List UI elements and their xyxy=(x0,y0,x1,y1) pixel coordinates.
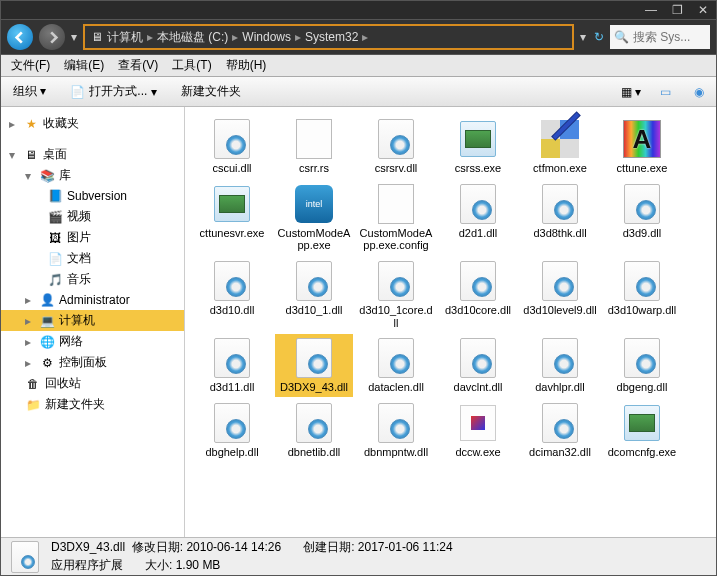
tree-control-panel[interactable]: ▸⚙控制面板 xyxy=(1,352,184,373)
file-item[interactable]: D3DX9_43.dll xyxy=(275,334,353,397)
tree-lib-item[interactable]: 🎬视频 xyxy=(1,206,184,227)
file-item[interactable]: davclnt.dll xyxy=(439,334,517,397)
tree-lib-item[interactable]: 🎵音乐 xyxy=(1,269,184,290)
file-label: csrsrv.dll xyxy=(375,162,418,175)
file-item[interactable]: d2d1.dll xyxy=(439,180,517,255)
arrow-right-icon xyxy=(46,31,59,44)
organize-button[interactable]: 组织 ▾ xyxy=(7,81,52,102)
file-item[interactable]: davhlpr.dll xyxy=(521,334,599,397)
file-item[interactable]: d3d9.dll xyxy=(603,180,681,255)
tree-new-folder[interactable]: 📁新建文件夹 xyxy=(1,394,184,415)
file-icon xyxy=(375,402,417,444)
file-icon xyxy=(293,402,335,444)
forward-button[interactable] xyxy=(39,24,65,50)
file-item[interactable]: CustomModeApp.exe.config xyxy=(357,180,435,255)
file-item[interactable]: d3d10.dll xyxy=(193,257,271,332)
file-label: cttunesvr.exe xyxy=(200,227,265,240)
file-icon xyxy=(211,337,253,379)
tree-recycle-bin[interactable]: 🗑回收站 xyxy=(1,373,184,394)
file-icon xyxy=(457,118,499,160)
refresh-button[interactable]: ↻ xyxy=(594,30,604,44)
tree-network[interactable]: ▸🌐网络 xyxy=(1,331,184,352)
file-item[interactable]: csrss.exe xyxy=(439,115,517,178)
file-icon xyxy=(375,337,417,379)
file-item[interactable]: dbnmpntw.dll xyxy=(357,399,435,462)
breadcrumb-item[interactable]: 计算机 xyxy=(107,29,143,46)
file-item[interactable]: dbnetlib.dll xyxy=(275,399,353,462)
tree-administrator[interactable]: ▸👤Administrator xyxy=(1,290,184,310)
file-icon xyxy=(375,118,417,160)
file-item[interactable]: dataclen.dll xyxy=(357,334,435,397)
history-dropdown[interactable]: ▾ xyxy=(71,30,77,44)
tree-label: 桌面 xyxy=(43,146,67,163)
status-create-value: 2017-01-06 11:24 xyxy=(358,540,453,554)
tree-label: 收藏夹 xyxy=(43,115,79,132)
file-item[interactable]: d3d10core.dll xyxy=(439,257,517,332)
file-label: d3d10core.dll xyxy=(445,304,511,317)
search-box[interactable]: 🔍 xyxy=(610,25,710,49)
tree-label: Administrator xyxy=(59,293,130,307)
statusbar: D3DX9_43.dll 修改日期: 2010-06-14 14:26 创建日期… xyxy=(1,537,716,575)
file-item[interactable]: dbgeng.dll xyxy=(603,334,681,397)
file-item[interactable]: dccw.exe xyxy=(439,399,517,462)
file-label: dccw.exe xyxy=(455,446,500,459)
menu-help[interactable]: 帮助(H) xyxy=(220,55,273,76)
folder-icon: 📘 xyxy=(47,188,63,204)
tree-favorites[interactable]: ▸★ 收藏夹 xyxy=(1,113,184,134)
file-item[interactable]: d3d10level9.dll xyxy=(521,257,599,332)
file-item[interactable]: Acttune.exe xyxy=(603,115,681,178)
file-item[interactable]: d3d10_1core.dll xyxy=(357,257,435,332)
breadcrumb-dropdown[interactable]: ▾ xyxy=(580,30,586,44)
file-item[interactable]: d3d10warp.dll xyxy=(603,257,681,332)
file-item[interactable]: d3d10_1.dll xyxy=(275,257,353,332)
file-item[interactable]: d3d8thk.dll xyxy=(521,180,599,255)
menu-view[interactable]: 查看(V) xyxy=(112,55,164,76)
tree-label: 视频 xyxy=(67,208,91,225)
file-label: cttune.exe xyxy=(617,162,668,175)
computer-icon: 🖥 xyxy=(91,30,103,44)
file-icon xyxy=(211,402,253,444)
file-item[interactable]: ctfmon.exe xyxy=(521,115,599,178)
menu-tools[interactable]: 工具(T) xyxy=(166,55,217,76)
close-button[interactable]: ✕ xyxy=(696,4,710,16)
menu-edit[interactable]: 编辑(E) xyxy=(58,55,110,76)
tree-libraries[interactable]: ▾📚 库 xyxy=(1,165,184,186)
search-input[interactable] xyxy=(633,30,706,44)
file-item[interactable]: intelCustomModeApp.exe xyxy=(275,180,353,255)
openwith-button[interactable]: 📄 打开方式... ▾ xyxy=(64,81,163,102)
back-button[interactable] xyxy=(7,24,33,50)
tree-lib-item[interactable]: 📄文档 xyxy=(1,248,184,269)
preview-pane-button[interactable]: ▭ xyxy=(654,81,676,103)
newfolder-button[interactable]: 新建文件夹 xyxy=(175,81,247,102)
file-item[interactable]: dbghelp.dll xyxy=(193,399,271,462)
file-label: D3DX9_43.dll xyxy=(280,381,348,394)
file-grid[interactable]: cscui.dllcsrr.rscsrsrv.dllcsrss.exectfmo… xyxy=(185,107,716,537)
tree-desktop[interactable]: ▾🖥 桌面 xyxy=(1,144,184,165)
maximize-button[interactable]: ❐ xyxy=(670,4,684,16)
file-icon xyxy=(539,402,581,444)
file-item[interactable]: cscui.dll xyxy=(193,115,271,178)
file-icon: intel xyxy=(293,183,335,225)
minimize-button[interactable]: — xyxy=(644,4,658,16)
file-item[interactable]: d3d11.dll xyxy=(193,334,271,397)
breadcrumb-item[interactable]: Windows xyxy=(242,30,291,44)
file-item[interactable]: cttunesvr.exe xyxy=(193,180,271,255)
breadcrumb[interactable]: 🖥 计算机▸ 本地磁盘 (C:)▸ Windows▸ System32▸ xyxy=(83,24,574,50)
toolbar: 组织 ▾ 📄 打开方式... ▾ 新建文件夹 ▦ ▾ ▭ ◉ xyxy=(1,77,716,107)
file-item[interactable]: csrsrv.dll xyxy=(357,115,435,178)
file-item[interactable]: csrr.rs xyxy=(275,115,353,178)
status-type: 应用程序扩展 xyxy=(51,557,123,574)
view-mode-button[interactable]: ▦ ▾ xyxy=(620,81,642,103)
tree-lib-item[interactable]: 📘Subversion xyxy=(1,186,184,206)
help-button[interactable]: ◉ xyxy=(688,81,710,103)
breadcrumb-item[interactable]: System32 xyxy=(305,30,358,44)
file-item[interactable]: dcomcnfg.exe xyxy=(603,399,681,462)
tree-lib-item[interactable]: 🖼图片 xyxy=(1,227,184,248)
menu-file[interactable]: 文件(F) xyxy=(5,55,56,76)
file-item[interactable]: dciman32.dll xyxy=(521,399,599,462)
tree-label: Subversion xyxy=(67,189,127,203)
breadcrumb-item[interactable]: 本地磁盘 (C:) xyxy=(157,29,228,46)
tree-computer[interactable]: ▸💻计算机 xyxy=(1,310,184,331)
file-label: ctfmon.exe xyxy=(533,162,587,175)
file-label: d3d10warp.dll xyxy=(608,304,677,317)
